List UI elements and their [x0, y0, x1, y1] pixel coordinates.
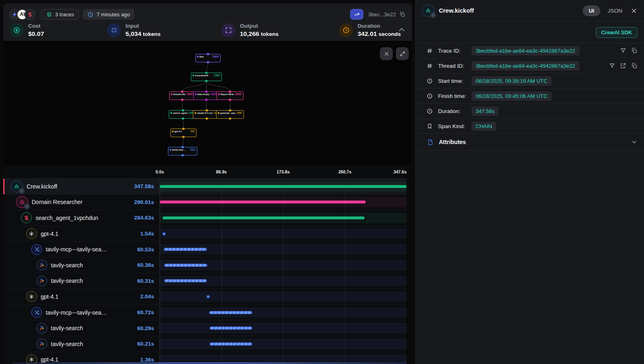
span-name: tavily-mcp---tavily-sea… — [46, 246, 107, 253]
detail-value-chip: 3becbfed-a1be-ae84-ea3c-4942867a3e22 — [472, 46, 579, 55]
open-external-icon[interactable] — [620, 62, 626, 69]
span-row-domain-researcher[interactable]: Domain Researcher290.01s — [3, 195, 407, 211]
stat-label: Duration — [358, 23, 401, 30]
attributes-section-toggle[interactable]: Attributes — [416, 134, 644, 151]
duration-bar — [207, 295, 210, 298]
filter-icon[interactable] — [620, 47, 626, 54]
trace-summary-card: A\ 3 traces 7 minutes ago 3bec...3e22 $C… — [3, 3, 412, 41]
axis-tick: 86.9s — [216, 169, 227, 174]
span-name: tavily-search — [51, 325, 83, 331]
filter-icon[interactable] — [609, 62, 615, 69]
hash-icon — [427, 48, 433, 54]
detail-row-finish-time: Finish time:06/28/2025, 09:45:06 AM UTC — [416, 89, 644, 104]
span-duration: 290.01s — [134, 199, 159, 205]
detail-label: Start time: — [438, 78, 472, 84]
duration-bar — [163, 232, 165, 235]
timeline-grid — [160, 305, 407, 320]
tools-icon — [31, 307, 42, 318]
metrics-chart-button[interactable] — [350, 9, 363, 20]
stat-label: Cost — [28, 23, 44, 30]
expand-icon — [400, 51, 405, 57]
collapse-summary-button[interactable] — [397, 25, 406, 34]
duration-bar — [160, 185, 407, 188]
copy-trace-id-icon[interactable] — [399, 11, 405, 18]
close-graph-button[interactable] — [380, 47, 393, 60]
span-row-tavily-search[interactable]: tavily-search60.36s — [3, 257, 407, 273]
graph-node-gpt-4-1[interactable]: gpt-4.1LLM — [170, 129, 197, 137]
span-row-tavily-mcp-tavily-sea[interactable]: tavily-mcp---tavily-sea…60.72s — [3, 305, 407, 321]
stat-label: Input — [125, 23, 161, 30]
detail-value-chip: CHAIN — [472, 122, 496, 131]
tools-icon — [31, 244, 42, 255]
graph-node-data-analyst[interactable]: Data AnalystAGENT — [193, 91, 219, 100]
span-row-tavily-search[interactable]: tavily-search60.29s — [3, 320, 407, 336]
time-ago-badge: 7 minutes ago — [83, 9, 134, 20]
span-row-search-agent-1vpchdun[interactable]: search_agent_1vpchdun284.63s — [3, 210, 407, 226]
graph-node-domain-research[interactable]: Domain Research…AGENT — [169, 91, 195, 100]
span-row-tavily-search[interactable]: tavily-search60.21s — [3, 336, 407, 352]
span-duration: 2.04s — [140, 293, 159, 300]
layers-icon — [46, 11, 52, 18]
graph-node-tavily-mcp[interactable]: tavily-mcp…TOOL — [168, 147, 197, 155]
trace-id-short: 3bec...3e22 — [368, 11, 396, 18]
timer-mini-badge-icon — [19, 188, 25, 194]
axis-tick: 260.7s — [338, 169, 351, 174]
span-duration: 60.31s — [137, 278, 159, 284]
crew-kickoff-icon — [422, 4, 434, 17]
graph-node-crew-kickoff[interactable]: Crew.kickoffCHAIN — [191, 73, 222, 81]
duration-bar — [210, 327, 252, 330]
close-panel-icon[interactable] — [631, 7, 637, 14]
span-duration: 347.58s — [134, 183, 159, 189]
detail-value-chip: 06/28/2025, 09:39:19 AM UTC — [472, 76, 552, 86]
span-duration: 1.36s — [140, 357, 159, 363]
span-duration: 60.53s — [137, 246, 159, 253]
stat-duration: Duration342.01 seconds — [339, 23, 405, 38]
timeline-grid — [160, 257, 407, 273]
tab-ui[interactable]: UI — [583, 5, 600, 16]
svg-text:$: $ — [16, 29, 18, 33]
graph-node-generate-repor[interactable]: generate_repor…TASK — [216, 110, 244, 119]
span-row-gpt-4-1[interactable]: gpt-4.12.04s — [3, 289, 407, 305]
span-duration: 1.54s — [140, 231, 159, 237]
span-row-tavily-mcp-tavily-sea[interactable]: tavily-mcp---tavily-sea…60.53s — [3, 242, 407, 257]
stat-output: Output10,266 tokens — [221, 23, 339, 38]
duration-bar — [209, 311, 253, 314]
close-icon — [384, 51, 389, 57]
summary-stats-grid: $Cost$0.07Input5,034 tokensOutput10,266 … — [3, 20, 412, 38]
expand-graph-button[interactable] — [396, 47, 409, 60]
span-row-gpt-4-1[interactable]: gpt-4.11.54s — [3, 226, 407, 242]
clock-icon — [427, 108, 433, 114]
span-row-tavily-search[interactable]: tavily-search60.31s — [3, 273, 407, 289]
copy-icon[interactable] — [631, 62, 637, 69]
detail-value-chip: 347.58s — [472, 107, 499, 116]
stat-cost: $Cost$0.07 — [10, 23, 107, 38]
stat-value: 342.01 seconds — [358, 30, 401, 38]
sdk-badge: CrewAI SDK — [596, 27, 637, 38]
traces-count-label: 3 traces — [55, 11, 74, 18]
graph-node-run[interactable]: RunCHAIN — [195, 54, 221, 62]
duration-track — [160, 291, 407, 302]
timeline-axis: 0.0s86.9s173.8s260.7s347.6s — [3, 165, 407, 178]
detail-label: Thread ID: — [438, 63, 472, 69]
attributes-label: Attributes — [439, 139, 466, 145]
clock-icon — [427, 78, 433, 84]
duration-track — [160, 323, 407, 333]
horizontal-scrollbar[interactable] — [12, 362, 407, 364]
duration-track — [160, 307, 407, 318]
span-row-crew-kickoff[interactable]: Crew.kickoff347.58s — [3, 179, 407, 195]
span-name: gpt-4.1 — [41, 356, 59, 363]
crewai-logo-icon — [25, 9, 36, 20]
detail-label: Trace ID: — [438, 48, 472, 54]
detail-value-chip: 06/28/2025, 09:45:06 AM UTC — [472, 91, 552, 101]
graph-node-report-writer[interactable]: Report WriterAGENT — [217, 91, 244, 100]
chevron-down-icon[interactable] — [631, 139, 637, 145]
sdk-row: CrewAI SDK — [416, 22, 644, 43]
tab-json[interactable]: JSON — [608, 8, 622, 14]
copy-icon[interactable] — [631, 47, 637, 54]
stat-value: 5,034 tokens — [125, 30, 161, 38]
span-duration: 60.21s — [137, 341, 159, 347]
timeline-grid — [160, 210, 407, 226]
timeline-grid — [160, 179, 407, 194]
timer-mini-badge-icon — [24, 204, 30, 209]
detail-value-chip: 3becbfed-a1be-ae84-ea3c-4942867a3e22 — [472, 61, 579, 71]
